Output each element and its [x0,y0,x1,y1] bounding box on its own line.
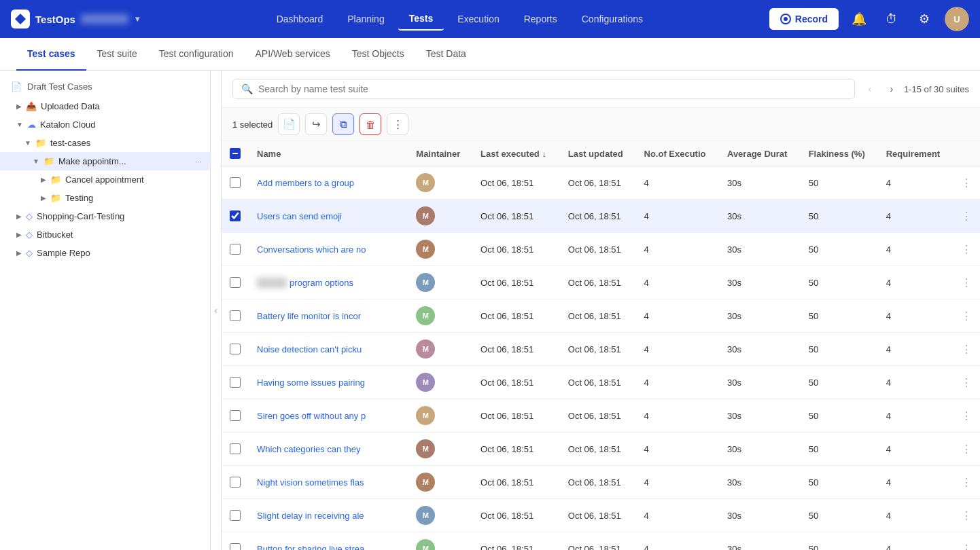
row-checkbox[interactable] [230,510,241,521]
name-cell: Noise detection can't picku [249,333,408,366]
checkbox-wrap[interactable] [230,477,241,488]
tab-api-web-services[interactable]: API/Web services [244,38,340,71]
select-all-checkbox-wrap[interactable] [230,148,241,159]
row-checkbox[interactable] [230,310,241,321]
header-last-executed[interactable]: Last executed ↓ [472,141,560,166]
tab-test-suite[interactable]: Test suite [86,38,148,71]
row-checkbox[interactable] [230,277,241,288]
row-more-button[interactable]: ⋮ [961,277,972,289]
row-more-button[interactable]: ⋮ [961,410,972,422]
sidebar-item-test-cases-folder[interactable]: 📁 test-cases [0,134,210,152]
row-more-button[interactable]: ⋮ [961,344,972,355]
test-name-link[interactable]: program options [290,278,353,288]
checkbox-wrap[interactable] [230,410,241,421]
checkbox-wrap[interactable] [230,210,241,221]
tab-test-cases[interactable]: Test cases [16,38,86,71]
executions-cell: 4 [636,433,719,466]
checkbox-wrap[interactable] [230,310,241,321]
view-details-button[interactable]: 📄 [278,113,300,135]
user-avatar[interactable]: U [945,7,969,31]
nav-tests[interactable]: Tests [398,7,444,31]
brand-name: TestOps [35,14,75,25]
sidebar-item-sample-repo[interactable]: ◇ Sample Repo [0,244,210,262]
search-input[interactable] [258,84,846,94]
requirement-cell: 4 [878,366,953,399]
row-more-button[interactable]: ⋮ [961,310,972,322]
checkbox-wrap[interactable] [230,443,241,454]
sidebar-item-cancel-appointment[interactable]: 📁 Cancel appointment [0,170,210,189]
prev-page-button[interactable]: ‹ [860,79,879,98]
tab-test-objects[interactable]: Test Objects [341,38,415,71]
checkbox-wrap[interactable] [230,244,241,255]
test-name-link[interactable]: Night vision sometimes flas [257,477,393,488]
table-row: blurred program options M Oct 06, 18:51 … [222,266,980,299]
checkbox-wrap[interactable] [230,344,241,354]
checkbox-wrap[interactable] [230,177,241,188]
sidebar-item-make-appointment[interactable]: 📁 Make appointm... ··· [0,152,210,170]
row-more-button[interactable]: ⋮ [961,543,972,551]
more-actions-button[interactable]: ⋮ [387,113,408,135]
diamond-icon: ◇ [26,211,33,221]
nav-reports[interactable]: Reports [513,8,568,30]
sidebar-collapse-handle[interactable]: ‹ [211,71,222,550]
test-name-link[interactable]: Noise detection can't picku [257,344,393,354]
more-icon[interactable]: ··· [195,157,202,166]
sidebar-item-uploaded-data[interactable]: 📤 Uploaded Data [0,97,210,115]
copy-button[interactable]: ⧉ [332,113,354,135]
sidebar-item-draft[interactable]: 📄 Draft Test Cases [0,76,210,97]
row-checkbox[interactable] [230,210,241,221]
row-checkbox[interactable] [230,543,241,550]
row-more-button[interactable]: ⋮ [961,377,972,388]
last-updated-cell: Oct 06, 18:51 [560,399,636,433]
test-name-link[interactable]: Users can send emoji [257,211,393,221]
history-button[interactable]: ⏱ [879,7,904,31]
record-button[interactable]: Record [769,8,839,30]
test-name-link[interactable]: Button for sharing live strea [257,544,393,551]
row-more-button[interactable]: ⋮ [961,244,972,255]
test-name-link[interactable]: Conversations which are no [257,244,393,255]
sidebar-item-testing[interactable]: 📁 Testing [0,189,210,207]
next-page-button[interactable]: › [882,79,901,98]
brand-logo-area[interactable]: TestOps workspace ▾ [11,10,139,29]
test-name-link[interactable]: Having some issues pairing [257,378,393,388]
brand-chevron-icon[interactable]: ▾ [135,14,139,24]
row-more-button[interactable]: ⋮ [961,177,972,189]
test-name-link[interactable]: Which categories can they [257,444,393,454]
checkbox-wrap[interactable] [230,277,241,288]
row-more-button[interactable]: ⋮ [961,510,972,521]
row-more-button[interactable]: ⋮ [961,210,972,222]
test-name-link[interactable]: Add members to a group [257,178,393,188]
delete-button[interactable]: 🗑 [360,113,381,135]
table-row: Noise detection can't picku M Oct 06, 18… [222,333,980,366]
row-checkbox[interactable] [230,443,241,454]
nav-planning[interactable]: Planning [336,8,396,30]
indeterminate-checkbox[interactable] [230,148,241,159]
checkbox-wrap[interactable] [230,377,241,388]
duration-cell: 30s [719,299,801,333]
sidebar-item-shopping-cart[interactable]: ◇ Shopping-Cart-Testing [0,207,210,225]
row-checkbox[interactable] [230,244,241,255]
settings-button[interactable]: ⚙ [912,7,937,31]
notifications-button[interactable]: 🔔 [847,7,871,31]
row-checkbox[interactable] [230,177,241,188]
sidebar-item-bitbucket[interactable]: ◇ Bitbucket [0,225,210,244]
row-checkbox[interactable] [230,410,241,421]
tab-test-data[interactable]: Test Data [415,38,477,71]
name-cell: Button for sharing live strea [249,532,408,551]
row-more-button[interactable]: ⋮ [961,477,972,488]
test-name-link[interactable]: Siren goes off without any p [257,411,393,421]
nav-dashboard[interactable]: Dashboard [266,8,334,30]
test-name-link[interactable]: Battery life monitor is incor [257,311,393,321]
row-checkbox[interactable] [230,477,241,488]
sidebar-item-katalon-cloud[interactable]: ☁ Katalon Cloud [0,115,210,134]
tab-test-configuration[interactable]: Test configuration [148,38,245,71]
row-checkbox[interactable] [230,344,241,354]
nav-execution[interactable]: Execution [447,8,510,30]
checkbox-wrap[interactable] [230,543,241,550]
test-name-link[interactable]: Slight delay in receiving ale [257,511,393,521]
row-checkbox[interactable] [230,377,241,388]
nav-configurations[interactable]: Configurations [571,8,654,30]
checkbox-wrap[interactable] [230,510,241,521]
row-more-button[interactable]: ⋮ [961,443,972,455]
move-button[interactable]: ↪ [305,113,327,135]
